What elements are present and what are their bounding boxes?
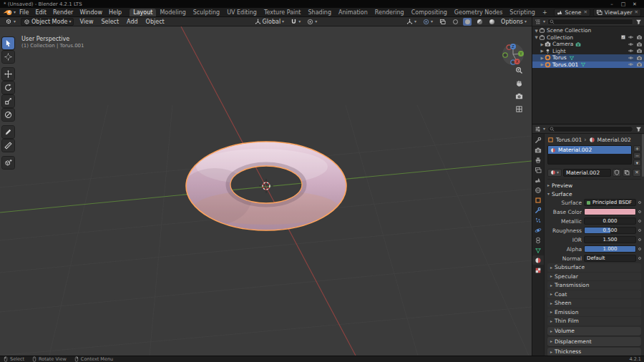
collection-checkbox[interactable]: ✓ [621,35,625,39]
displacement-panel-header[interactable]: ▸Displacement [547,337,641,346]
tab-texture[interactable] [532,265,544,275]
tab-world[interactable] [532,185,544,195]
metallic-slider[interactable]: 0.000 [584,217,636,225]
menu-object[interactable]: Object [144,19,167,25]
material-slot-item[interactable]: Material.002 [548,146,631,154]
keyframe-dot-icon[interactable] [638,229,641,232]
shading-material-button[interactable] [475,18,484,26]
shading-rendered-button[interactable] [487,18,496,26]
volume-panel-header[interactable]: ▸Volume [547,327,641,336]
coat-section-header[interactable]: ▸Coat [547,290,641,299]
scene-selector[interactable]: Scene ✕ [554,9,590,16]
viewlayer-selector[interactable]: ViewLayer ✕ [593,9,641,16]
alpha-slider[interactable]: 1.000 [584,245,636,253]
editor-type-button[interactable]: ▾ [4,18,17,25]
tab-object-data[interactable] [532,245,544,255]
shading-solid-button[interactable] [463,18,472,26]
tab-material[interactable] [532,255,544,265]
workspace-tab-shading[interactable]: Shading [305,9,336,16]
eye-icon[interactable] [628,34,634,40]
filter-funnel-icon[interactable] [635,126,642,132]
tool-rotate[interactable] [2,82,14,94]
3d-viewport[interactable]: User Perspective (1) Collection | Torus.… [0,26,532,356]
gizmo-neg-y-dot[interactable] [503,53,507,57]
transmission-section-header[interactable]: ▸Transmission [547,281,641,290]
breadcrumb-object[interactable]: Torus.001 [556,137,582,143]
xray-toggle[interactable] [438,19,447,25]
minimize-button[interactable]: – [606,1,618,7]
close-button[interactable]: ✕ [629,1,640,7]
show-overlays-toggle[interactable]: ▾ [421,19,434,25]
add-workspace-button[interactable]: + [539,9,551,16]
tool-move[interactable] [2,68,14,80]
workspace-tab-geometry-nodes[interactable]: Geometry Nodes [451,9,506,16]
transform-orientation-dropdown[interactable]: Global ▾ [253,19,286,25]
unlink-material-button[interactable]: ✕ [633,169,641,177]
ior-field[interactable]: 1.500 [584,236,636,243]
menu-select[interactable]: Select [99,19,121,25]
breadcrumb-material[interactable]: Material.002 [597,137,631,143]
material-slot-list[interactable]: Material.002 [547,145,632,165]
expand-arrow-icon[interactable]: ▶ [540,62,545,67]
keyframe-dot-icon[interactable] [638,248,641,250]
outliner-row-collection[interactable]: ▼ Collection ✓ [532,34,644,41]
tab-scene[interactable] [532,175,544,185]
normal-dropdown[interactable]: Default [584,255,636,262]
workspace-tab-sculpting[interactable]: Sculpting [190,9,223,16]
add-slot-button[interactable]: + [633,145,641,152]
render-camera-icon[interactable] [636,34,643,40]
tab-tool[interactable] [532,135,544,145]
outliner-row-scene-collection[interactable]: ▼ Scene Collection [532,27,644,34]
fake-user-button[interactable] [613,169,621,177]
workspace-tab-rendering[interactable]: Rendering [371,9,408,16]
expand-arrow-icon[interactable]: ▶ [540,49,545,53]
base-color-swatch[interactable] [584,208,636,215]
expand-arrow-icon[interactable]: ▼ [534,29,539,33]
menu-add[interactable]: Add [125,19,140,25]
outliner-row-torus-001[interactable]: ▶ Torus.001 [532,62,644,69]
workspace-tab-modeling[interactable]: Modeling [156,9,189,16]
tab-modifiers[interactable] [532,205,544,215]
workspace-tab-uv-editing[interactable]: UV Editing [223,9,260,16]
viewlayer-clear-icon[interactable]: ✕ [635,9,638,15]
maximize-button[interactable]: □ [618,1,629,7]
zoom-button[interactable] [514,65,524,75]
tool-measure[interactable] [2,140,14,152]
keyframe-dot-icon[interactable] [638,201,641,204]
menu-render[interactable]: Render [50,9,76,16]
menu-window[interactable]: Window [77,9,105,16]
tab-particles[interactable] [532,215,544,225]
tab-physics[interactable] [532,225,544,235]
tool-annotate[interactable] [2,126,14,138]
tool-transform[interactable] [2,109,14,121]
expand-arrow-icon[interactable]: ▶ [540,42,545,47]
menu-view[interactable]: View [77,19,95,25]
eye-icon[interactable] [628,41,634,47]
workspace-tab-texture-paint[interactable]: Texture Paint [260,9,305,16]
thin-film-section-header[interactable]: ▸Thin Film [547,317,641,326]
properties-editor-icon[interactable] [535,126,541,132]
workspace-tab-layout[interactable]: Layout [130,9,156,16]
properties-search-input[interactable] [547,126,633,132]
render-camera-icon[interactable] [636,48,643,54]
outliner-row-camera[interactable]: ▶ Camera [532,41,644,48]
remove-slot-button[interactable]: − [633,152,641,159]
workspace-tab-animation[interactable]: Animation [335,9,371,16]
render-camera-icon[interactable] [636,62,643,67]
expand-arrow-icon[interactable]: ▶ [540,56,545,60]
material-name-field[interactable]: Material.002 [563,169,611,177]
thickness-panel-header[interactable]: ▸Thickness [547,348,641,356]
menu-help[interactable]: Help [106,9,125,16]
render-camera-icon[interactable] [636,55,643,61]
browse-material-button[interactable]: ▾ [547,169,562,177]
filter-funnel-icon[interactable] [635,19,642,25]
pan-button[interactable] [514,78,524,88]
tool-add-primitive[interactable] [2,157,14,169]
keyframe-dot-icon[interactable] [638,210,641,213]
scene-clear-icon[interactable]: ✕ [583,9,587,15]
shader-dropdown[interactable]: Principled BSDF [584,199,636,206]
surface-section-header[interactable]: ▾ Surface [547,190,641,198]
tab-object[interactable] [532,195,544,205]
eye-icon[interactable] [628,55,634,61]
show-gizmo-toggle[interactable]: ▾ [405,19,418,25]
